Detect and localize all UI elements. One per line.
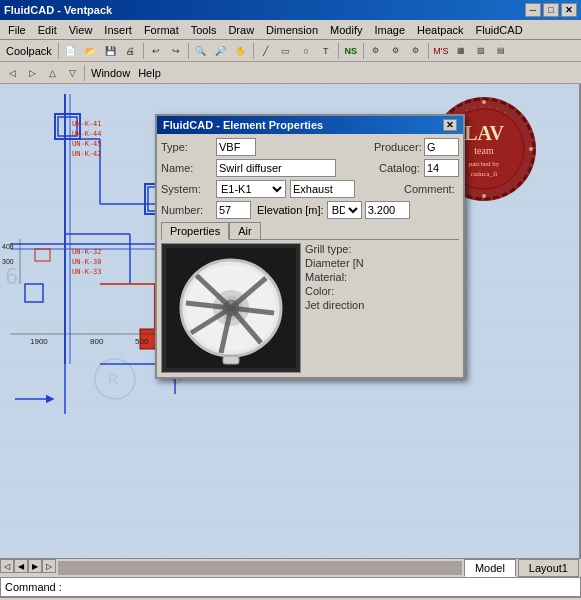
svg-text:UN-K-41: UN-K-41 (72, 120, 102, 128)
name-input[interactable] (216, 159, 336, 177)
tab-properties[interactable]: Properties (161, 222, 229, 240)
menu-fluidcad[interactable]: FluidCAD (470, 22, 529, 38)
menu-edit[interactable]: Edit (32, 22, 63, 38)
scroll-left-btn[interactable]: ◁ (0, 559, 14, 573)
menu-dimension[interactable]: Dimension (260, 22, 324, 38)
scroll-right-btn[interactable]: ▷ (42, 559, 56, 573)
tool-ms[interactable]: M'S (431, 41, 451, 61)
menu-view[interactable]: View (63, 22, 99, 38)
elevation-input[interactable] (365, 201, 410, 219)
svg-text:408: 408 (2, 243, 14, 250)
tool-line[interactable]: ╱ (256, 41, 276, 61)
svg-text:6: 6 (5, 264, 18, 289)
diameter-label: Diameter [N (305, 257, 364, 269)
svg-text:team: team (474, 145, 494, 156)
tool-a1[interactable]: ⚙ (366, 41, 386, 61)
coolpack-label: Coolpack (2, 45, 56, 57)
tool-b2[interactable]: ▧ (471, 41, 491, 61)
command-bar: Command : (0, 577, 581, 597)
maximize-button[interactable]: □ (543, 3, 559, 17)
tab-model[interactable]: Model (464, 559, 516, 577)
tool-undo[interactable]: ↩ (146, 41, 166, 61)
minimize-button[interactable]: ─ (525, 3, 541, 17)
jet-dir-label: Jet direction (305, 299, 364, 311)
tool2-1[interactable]: ◁ (2, 63, 22, 83)
tool-rect[interactable]: ▭ (276, 41, 296, 61)
number-input[interactable] (216, 201, 251, 219)
system-select[interactable]: E1-K1 (216, 180, 286, 198)
svg-point-56 (482, 194, 486, 198)
sep1 (58, 43, 59, 59)
dialog-title-bar[interactable]: FluidCAD - Element Properties ✕ (157, 116, 463, 134)
producer-input[interactable] (424, 138, 459, 156)
menu-draw[interactable]: Draw (222, 22, 260, 38)
sep5 (338, 43, 339, 59)
menu-image[interactable]: Image (368, 22, 411, 38)
scroll-prev-btn[interactable]: ◀ (14, 559, 28, 573)
toolbar-row2: ◁ ▷ △ ▽ Window Help (0, 62, 581, 84)
menu-insert[interactable]: Insert (98, 22, 138, 38)
menu-tools[interactable]: Tools (185, 22, 223, 38)
tool-zoom-in[interactable]: 🔍 (191, 41, 211, 61)
title-bar: FluidCAD - Ventpack ─ □ ✕ (0, 0, 581, 20)
tool-new[interactable]: 📄 (61, 41, 81, 61)
catalog-label: Catalog: (379, 162, 424, 174)
grill-type-label: Grill type: (305, 243, 351, 255)
name-row: Name: Catalog: (161, 159, 459, 177)
diameter-row: Diameter [N (305, 257, 459, 269)
tool-circle[interactable]: ○ (296, 41, 316, 61)
window-menu-label[interactable]: Window (87, 67, 134, 79)
elevation-label: Elevation [m]: (257, 204, 324, 216)
type-input[interactable] (216, 138, 256, 156)
tool-ns[interactable]: NS (341, 41, 361, 61)
help-menu-label[interactable]: Help (134, 67, 165, 79)
dialog-title-text: FluidCAD - Element Properties (163, 119, 323, 131)
tab-air[interactable]: Air (229, 222, 260, 239)
menu-modify[interactable]: Modify (324, 22, 368, 38)
tool-redo[interactable]: ↪ (166, 41, 186, 61)
svg-text:UN-K-32: UN-K-32 (72, 248, 102, 256)
tool-b1[interactable]: ▦ (451, 41, 471, 61)
close-button[interactable]: ✕ (561, 3, 577, 17)
svg-text:500: 500 (135, 337, 149, 346)
diffuser-svg (166, 248, 296, 368)
tool2-4[interactable]: ▽ (62, 63, 82, 83)
tool-print[interactable]: 🖨 (121, 41, 141, 61)
tool-pan[interactable]: ✋ (231, 41, 251, 61)
jet-dir-row: Jet direction (305, 299, 459, 311)
sep8 (84, 65, 85, 81)
svg-text:raduca_fi: raduca_fi (471, 170, 497, 178)
exhaust-input[interactable] (290, 180, 355, 198)
menu-heatpack[interactable]: Heatpack (411, 22, 469, 38)
tool-save[interactable]: 💾 (101, 41, 121, 61)
svg-text:UN-K-33: UN-K-33 (72, 268, 102, 276)
scroll-next-btn[interactable]: ▶ (28, 559, 42, 573)
window-title: FluidCAD - Ventpack (4, 4, 112, 16)
tool-text[interactable]: T (316, 41, 336, 61)
h-scrollbar-track[interactable] (58, 561, 462, 575)
tool-zoom-out[interactable]: 🔎 (211, 41, 231, 61)
svg-text:UN-K-44: UN-K-44 (72, 130, 102, 138)
svg-text:LAV: LAV (464, 122, 504, 144)
tool-b3[interactable]: ▤ (491, 41, 511, 61)
properties-panel: Grill type: Diameter [N Material: Color: (305, 243, 459, 373)
tool-open[interactable]: 📂 (81, 41, 101, 61)
svg-rect-66 (223, 356, 239, 364)
tool-a3[interactable]: ⚙ (406, 41, 426, 61)
menu-file[interactable]: File (2, 22, 32, 38)
number-row: Number: Elevation [m]: BD (161, 201, 459, 219)
tool-a2[interactable]: ⚙ (386, 41, 406, 61)
number-label: Number: (161, 204, 216, 216)
tool2-2[interactable]: ▷ (22, 63, 42, 83)
catalog-input[interactable] (424, 159, 459, 177)
menu-format[interactable]: Format (138, 22, 185, 38)
dialog-close-button[interactable]: ✕ (443, 119, 457, 131)
color-row: Color: (305, 285, 459, 297)
material-row: Material: (305, 271, 459, 283)
elevation-unit-select[interactable]: BD (327, 201, 362, 219)
type-label: Type: (161, 141, 216, 153)
tab-layout1[interactable]: Layout1 (518, 559, 579, 577)
drawing-canvas[interactable]: 1900 800 500 300 UN-K-41 UN-K-44 UN-K-45… (0, 84, 581, 558)
system-row: System: E1-K1 Comment: (161, 180, 459, 198)
tool2-3[interactable]: △ (42, 63, 62, 83)
